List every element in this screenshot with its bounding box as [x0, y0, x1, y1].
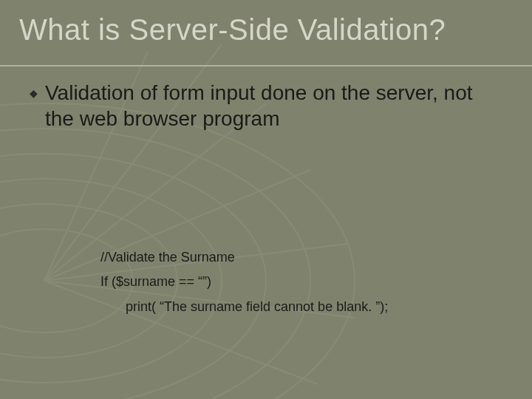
diamond-bullet-icon: ◆: [30, 87, 38, 99]
title-underline: [0, 65, 532, 66]
bullet-text: Validation of form input done on the ser…: [45, 80, 507, 132]
slide: What is Server-Side Validation? ◆ Valida…: [0, 0, 532, 399]
code-line-if: If ($surname == “”): [100, 270, 502, 294]
code-line-comment: //Validate the Surname: [100, 245, 502, 270]
background-art: [0, 0, 532, 399]
body: ◆ Validation of form input done on the s…: [30, 80, 507, 132]
bullet-item: ◆ Validation of form input done on the s…: [30, 80, 507, 132]
code-line-print: print( “The surname field cannot be blan…: [100, 295, 502, 319]
slide-title: What is Server-Side Validation?: [19, 13, 513, 47]
code-block: //Validate the Surname If ($surname == “…: [100, 245, 502, 319]
